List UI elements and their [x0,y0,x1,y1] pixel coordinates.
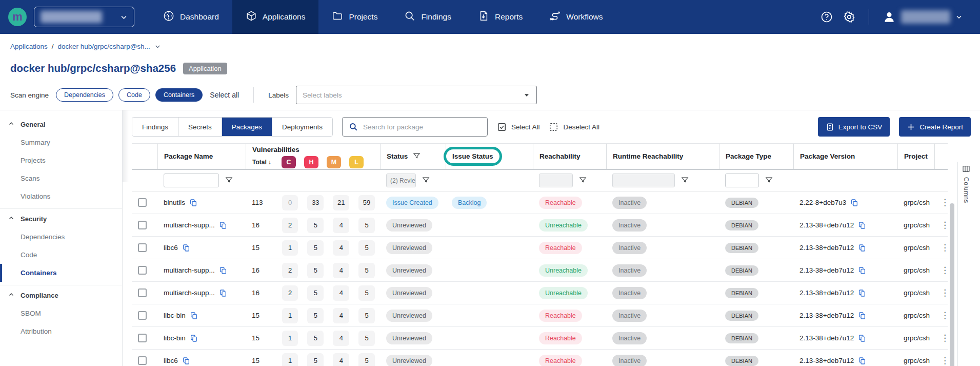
filter-funnel-icon[interactable] [422,176,430,185]
vuln-count-l[interactable]: 5 [358,308,375,323]
vuln-count-c[interactable]: 2 [282,263,298,278]
copy-icon[interactable] [858,312,866,320]
scan-chip-dependencies[interactable]: Dependencies [56,88,113,102]
package-type-filter-input[interactable] [725,174,759,187]
row-checkbox[interactable] [138,266,147,275]
status-pill[interactable]: Unreviewed [386,264,432,277]
copy-icon[interactable] [858,266,866,275]
vuln-count-c[interactable]: 0 [282,195,298,210]
nav-item-applications[interactable]: Applications [232,0,319,34]
row-checkbox[interactable] [138,243,147,252]
package-search[interactable] [342,117,488,137]
row-checkbox[interactable] [138,198,147,207]
vuln-count-h[interactable]: 5 [307,263,324,278]
sidebar-item-violations[interactable]: Violations [0,187,122,205]
filter-funnel-icon[interactable] [681,176,689,185]
copy-icon[interactable] [190,312,198,320]
scan-select-all[interactable]: Select all [210,91,239,99]
tab-packages[interactable]: Packages [222,118,272,136]
vuln-count-l[interactable]: 5 [358,263,375,278]
sidebar-item-projects[interactable]: Projects [0,151,122,169]
sidebar-section-header-security[interactable]: Security [0,210,122,228]
status-pill[interactable]: Unreviewed [386,355,432,366]
reachability-filter-input[interactable] [539,174,573,187]
sidebar-item-summary[interactable]: Summary [0,133,122,151]
copy-icon[interactable] [189,199,197,207]
vuln-count-m[interactable]: 4 [333,331,349,346]
kebab-menu-icon[interactable]: ⋮ [941,356,948,365]
deselect-all-button[interactable]: Deselect All [549,122,599,132]
status-pill[interactable]: Issue Created [386,197,438,209]
copy-icon[interactable] [858,357,866,365]
copy-icon[interactable] [182,244,190,252]
severity-badge-h[interactable]: H [304,156,318,168]
vuln-count-c[interactable]: 2 [282,285,298,301]
breadcrumb-applications[interactable]: Applications [10,43,48,50]
copy-icon[interactable] [858,221,866,229]
chevron-down-icon[interactable] [154,43,161,50]
row-checkbox[interactable] [138,311,147,320]
status-pill[interactable]: Unreviewed [386,310,432,322]
vuln-count-h[interactable]: 5 [307,331,324,346]
vuln-count-m[interactable]: 21 [333,195,349,210]
nav-item-workflows[interactable]: Workflows [536,0,616,34]
severity-badge-m[interactable]: M [327,156,341,168]
copy-icon[interactable] [858,244,866,252]
package-name-filter-input[interactable] [164,174,219,187]
breadcrumb-current[interactable]: docker hub/grpc/csharp@sh... [58,43,150,50]
scan-chip-containers[interactable]: Containers [155,88,203,102]
vuln-count-m[interactable]: 4 [333,308,349,323]
export-csv-button[interactable]: Export to CSV [818,117,890,137]
scan-chip-code[interactable]: Code [118,88,150,102]
vuln-count-h[interactable]: 5 [307,240,324,256]
create-report-button[interactable]: Create Report [899,117,971,137]
tab-findings[interactable]: Findings [132,118,178,136]
nav-item-dashboard[interactable]: Dashboard [150,0,232,34]
vuln-count-l[interactable]: 5 [358,218,375,233]
sidebar-item-code[interactable]: Code [0,246,122,264]
copy-icon[interactable] [219,221,227,229]
vuln-count-m[interactable]: 4 [333,353,349,366]
sidebar-item-dependencies[interactable]: Dependencies [0,228,122,246]
vuln-count-c[interactable]: 1 [282,308,298,323]
row-checkbox[interactable] [138,334,147,342]
vuln-count-h[interactable]: 33 [307,195,324,210]
vuln-count-l[interactable]: 5 [358,240,375,256]
sidebar-item-scans[interactable]: Scans [0,169,122,187]
row-checkbox[interactable] [138,288,147,297]
status-filter-icon[interactable] [413,152,421,161]
help-icon[interactable] [821,11,833,23]
copy-icon[interactable] [858,334,866,342]
vuln-count-m[interactable]: 4 [333,218,349,233]
tab-secrets[interactable]: Secrets [178,118,222,136]
filter-funnel-icon[interactable] [765,176,773,185]
vuln-count-m[interactable]: 4 [333,263,349,278]
select-all-button[interactable]: Select All [497,122,540,132]
vuln-count-h[interactable]: 5 [307,218,324,233]
kebab-menu-icon[interactable]: ⋮ [941,311,948,320]
columns-rail[interactable]: Columns [957,162,974,366]
status-pill[interactable]: Unreviewed [386,219,432,232]
nav-item-findings[interactable]: Findings [391,0,465,34]
row-checkbox[interactable] [138,356,147,365]
sidebar-section-header-compliance[interactable]: Compliance [0,286,122,304]
vuln-count-l[interactable]: 5 [358,331,375,346]
org-selector[interactable] [34,7,134,27]
vuln-count-c[interactable]: 1 [282,331,298,346]
kebab-menu-icon[interactable]: ⋮ [941,198,948,207]
sidebar-item-attribution[interactable]: Attribution [0,322,122,340]
vuln-count-l[interactable]: 5 [358,285,375,301]
nav-item-projects[interactable]: Projects [318,0,391,34]
settings-gear-icon[interactable] [843,11,855,23]
vuln-count-c[interactable]: 2 [282,218,298,233]
vuln-count-h[interactable]: 5 [307,285,324,301]
vuln-count-c[interactable]: 1 [282,240,298,256]
status-pill[interactable]: Unreviewed [386,242,432,254]
kebab-menu-icon[interactable]: ⋮ [941,288,948,297]
status-pill[interactable]: Unreviewed [386,287,432,299]
sidebar-item-containers[interactable]: Containers [0,264,122,282]
filter-funnel-icon[interactable] [225,176,233,185]
sidebar-item-sbom[interactable]: SBOM [0,304,122,322]
status-pill[interactable]: Unreviewed [386,332,432,344]
labels-select[interactable]: Select labels [296,86,537,104]
